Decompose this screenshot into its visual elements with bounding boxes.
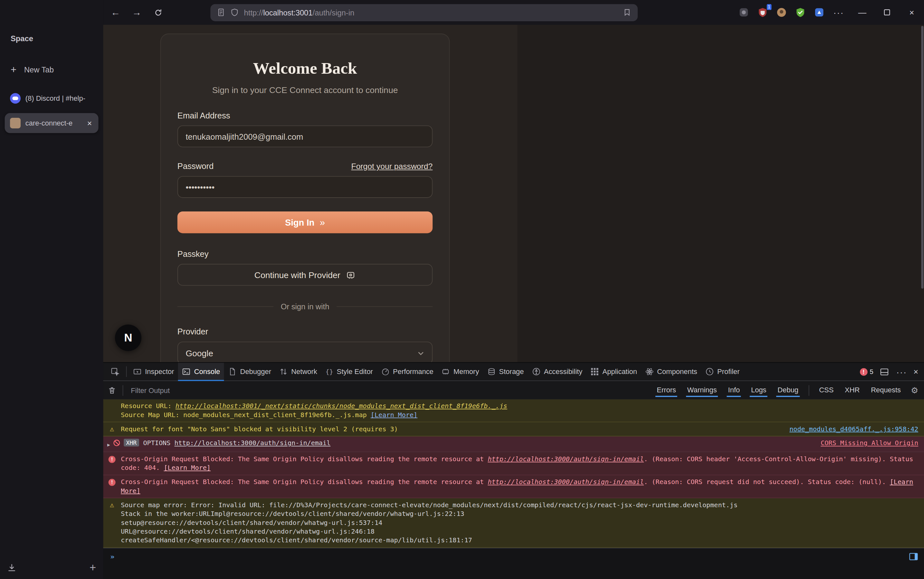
close-window-button[interactable]: × [899,0,924,25]
filter-warnings-toggle[interactable]: Warnings [686,384,718,396]
tab-sidebar: Space + New Tab (8) Discord | #help- car… [0,0,103,579]
new-tab-label: New Tab [24,65,54,74]
request-url-link[interactable]: http://localhost:3000/auth/sign-in/email [174,439,331,447]
react-components-icon [645,368,654,376]
discord-favicon [10,93,21,104]
continue-with-provider-button[interactable]: Continue with Provider [177,264,433,286]
devtools-tab-memory[interactable]: Memory [438,363,483,380]
extension-icon[interactable] [738,7,750,18]
resource-url-link[interactable]: http://localhost:3001/_next/static/chunk… [175,402,507,410]
devtools-tab-network[interactable]: Network [275,363,321,380]
devtools-panel: Inspector Console Debugger Network {} St… [103,362,924,579]
forgot-password-link[interactable]: Forgot your password? [351,162,433,170]
resource-url-link[interactable]: http://localhost:3000/auth/sign-in/email [488,455,644,463]
devtools-tab-components[interactable]: Components [641,363,701,380]
devtools-tab-accessibility[interactable]: Accessibility [528,363,587,380]
sidebar-tab-discord[interactable]: (8) Discord | #help- [5,88,98,108]
console-input-row[interactable]: » [103,548,924,579]
xhr-badge: XHR [124,439,139,447]
reload-button[interactable] [149,3,167,21]
maximize-button[interactable] [875,0,899,25]
pick-element-button[interactable] [106,363,124,380]
toolbar-overflow-icon[interactable]: ··· [834,7,844,17]
learn-more-link[interactable]: [Learn More] [164,464,210,472]
filter-debug-toggle[interactable]: Debug [777,384,799,396]
filter-output-input[interactable] [130,386,649,395]
plus-icon: + [11,66,16,74]
filter-css-toggle[interactable]: CSS [818,384,834,396]
filter-errors-toggle[interactable]: Errors [656,384,677,396]
console-message-cors-error-2: ! Cross-Origin Request Blocked: The Same… [103,475,924,498]
devtools-tab-console[interactable]: Console [178,363,224,380]
devtools-tab-performance[interactable]: Performance [377,363,438,380]
devtools-tab-style-editor[interactable]: {} Style Editor [321,363,377,380]
chevron-down-icon [418,350,424,357]
bookmark-icon[interactable] [623,8,631,17]
braces-icon: {} [325,368,333,376]
devtools-tab-inspector[interactable]: Inspector [129,363,179,380]
sidebar-new-tab-icon[interactable]: + [90,561,96,574]
nextjs-dev-badge[interactable]: N [115,324,141,351]
forward-button[interactable]: → [128,3,146,21]
devtools-menu-icon[interactable]: ··· [896,366,907,376]
devtools-tab-profiler[interactable]: Profiler [701,363,744,380]
page-subtitle: Sign in to your CCE Connect account to c… [177,85,433,95]
shield-icon[interactable] [231,8,239,17]
devtools-tab-debugger[interactable]: Debugger [224,363,275,380]
console-filter-bar: Errors Warnings Info Logs Debug CSS XHR … [103,381,924,400]
extension-badge: 1 [767,4,772,10]
filter-logs-toggle[interactable]: Logs [750,384,767,396]
console-settings-icon[interactable]: ⚙ [911,386,918,395]
clear-console-icon[interactable] [108,386,116,394]
email-field[interactable] [177,126,433,147]
filter-info-toggle[interactable]: Info [727,384,741,396]
devtools-toolbar: Inspector Console Debugger Network {} St… [103,363,924,381]
filter-xhr-toggle[interactable]: XHR [844,384,861,396]
new-tab-button[interactable]: + New Tab [6,62,97,78]
ublock-icon[interactable]: 1 [757,7,769,18]
tab-list: (8) Discord | #help- care-connect-e × [0,88,103,133]
sidebar-footer: + [0,561,103,574]
sidebar-toggle-icon[interactable] [909,553,918,561]
expand-arrow-icon[interactable]: ▶ [103,439,113,449]
devtools-tab-storage[interactable]: Storage [483,363,528,380]
inspector-icon [133,368,142,376]
cors-status-link[interactable]: CORS Missing Allow Origin [813,439,919,447]
performance-icon [381,368,390,376]
close-devtools-icon[interactable]: × [913,367,918,376]
email-label: Email Address [177,111,433,120]
minimize-button[interactable]: — [850,0,875,25]
error-icon: ! [860,368,867,376]
application-icon [591,368,599,376]
extension-icon[interactable] [813,7,825,18]
url-text[interactable]: http://localhost:3001/auth/sign-in [244,8,618,17]
sign-in-card: Welcome Back Sign in to your CCE Connect… [161,33,450,362]
devtools-tab-application[interactable]: Application [587,363,641,380]
learn-more-link[interactable]: [Learn More] [371,411,418,419]
back-button[interactable]: ← [106,3,125,21]
source-location-link[interactable]: node_modules_d4065aff._.js:958:42 [781,425,919,433]
downloads-icon[interactable] [7,563,16,572]
filter-requests-toggle[interactable]: Requests [870,384,902,396]
error-count-badge[interactable]: ! 5 [860,368,873,376]
resource-url-link[interactable]: http://localhost:3000/auth/sign-in/email [488,478,644,486]
page-right-panel [518,25,924,362]
adguard-shield-icon[interactable] [795,7,806,18]
window-controls: — × [850,0,924,25]
provider-select[interactable]: Google [177,342,433,362]
passkey-icon [346,270,356,280]
sidebar-tab-care-connect[interactable]: care-connect-e × [5,113,98,133]
sign-in-button[interactable]: Sign In » [177,211,433,233]
workspace-label[interactable]: Space [0,0,103,43]
password-field[interactable] [177,176,433,198]
storage-icon [487,368,496,376]
error-icon: ! [108,456,116,463]
extension-icon[interactable] [775,7,788,18]
page-info-icon[interactable] [217,8,225,17]
split-console-icon[interactable] [880,367,889,376]
page-scrollbar[interactable] [921,26,923,289]
divider-label: Or sign in with [281,302,329,311]
close-tab-icon[interactable]: × [86,118,93,128]
console-icon [182,368,191,376]
address-bar[interactable]: http://localhost:3001/auth/sign-in [210,4,638,21]
